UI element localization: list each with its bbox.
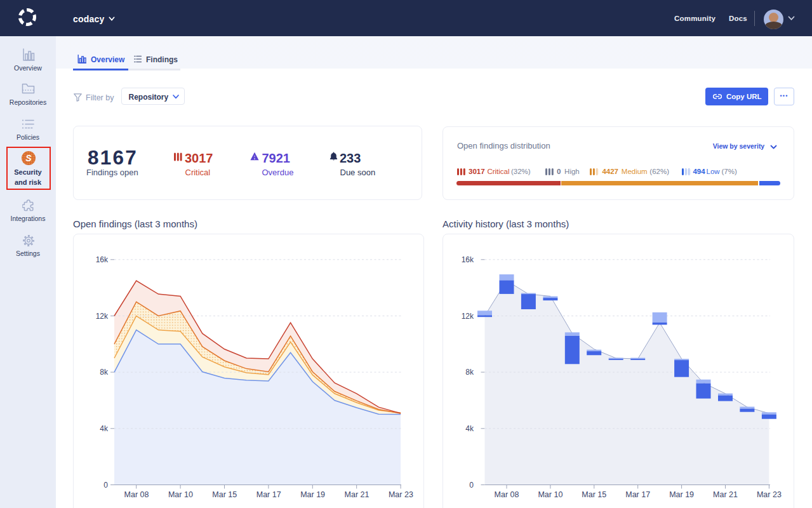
svg-text:Mar 21: Mar 21: [345, 490, 369, 499]
svg-text:12k: 12k: [462, 312, 474, 321]
svg-text:0: 0: [103, 481, 108, 490]
svg-text:8k: 8k: [100, 368, 109, 377]
svg-text:Mar 21: Mar 21: [713, 490, 738, 499]
svg-text:4k: 4k: [100, 424, 109, 433]
svg-text:Mar 10: Mar 10: [538, 490, 562, 499]
svg-text:Mar 15: Mar 15: [582, 490, 606, 499]
svg-text:Mar 23: Mar 23: [389, 490, 413, 499]
svg-text:16k: 16k: [462, 255, 474, 264]
svg-text:Mar 23: Mar 23: [757, 490, 782, 499]
svg-text:0: 0: [469, 481, 474, 490]
svg-text:Mar 15: Mar 15: [212, 490, 237, 499]
svg-text:Mar 08: Mar 08: [495, 490, 519, 499]
svg-text:8k: 8k: [465, 368, 474, 377]
svg-text:Mar 19: Mar 19: [669, 490, 694, 499]
svg-text:4k: 4k: [465, 424, 474, 433]
svg-text:Mar 17: Mar 17: [625, 490, 650, 499]
svg-text:Mar 08: Mar 08: [124, 490, 149, 499]
svg-text:Mar 10: Mar 10: [168, 490, 193, 499]
svg-text:12k: 12k: [96, 312, 109, 321]
svg-text:Mar 19: Mar 19: [300, 490, 325, 499]
svg-text:16k: 16k: [96, 255, 109, 264]
svg-text:Mar 17: Mar 17: [256, 490, 281, 499]
